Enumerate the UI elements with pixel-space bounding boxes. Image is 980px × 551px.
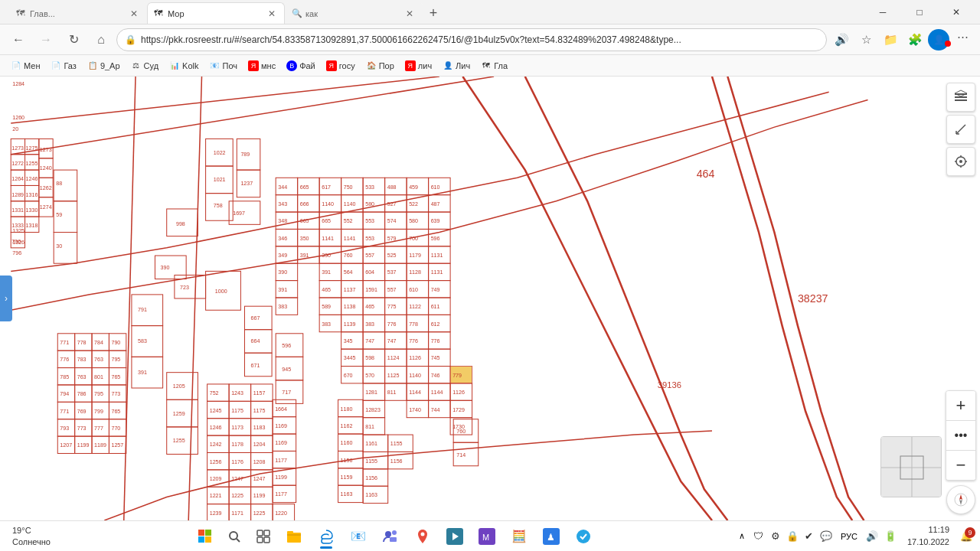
layers-button[interactable] bbox=[946, 83, 975, 112]
mail-taskbar[interactable]: 📧 bbox=[343, 523, 374, 550]
maps-taskbar[interactable] bbox=[407, 523, 438, 550]
svg-text:758: 758 bbox=[214, 203, 223, 209]
security-tray-icon[interactable]: 🛡 bbox=[751, 529, 766, 544]
settings-button[interactable]: ⋯ bbox=[951, 25, 974, 48]
svg-text:1259: 1259 bbox=[173, 411, 185, 417]
svg-text:1189: 1189 bbox=[94, 442, 106, 448]
bookmark-lich2[interactable]: 👤 Лич bbox=[438, 59, 475, 73]
bookmark-mns[interactable]: Я мнс bbox=[243, 59, 280, 73]
forward-button[interactable]: → bbox=[34, 28, 58, 52]
bookmark-gla[interactable]: 🗺 Гла bbox=[476, 59, 512, 73]
map-area[interactable]: › bbox=[0, 77, 980, 520]
defender-tray-icon[interactable]: ✔ bbox=[802, 529, 817, 544]
bookmark-kolk[interactable]: 📊 Kolk bbox=[165, 59, 203, 73]
zoom-more-button[interactable]: ••• bbox=[946, 421, 975, 450]
measure-button[interactable] bbox=[946, 115, 975, 144]
battery-icon[interactable]: 🔋 bbox=[883, 529, 898, 544]
svg-text:760: 760 bbox=[344, 253, 353, 259]
address-bar-wrapper: 🔒 bbox=[116, 28, 827, 51]
profile-button[interactable]: 👤 bbox=[928, 29, 949, 51]
bookmark-gaz[interactable]: 📄 Газ bbox=[46, 59, 80, 73]
svg-rect-454 bbox=[198, 530, 204, 536]
svg-text:1255: 1255 bbox=[173, 438, 185, 444]
bookmark-poch[interactable]: 📧 Поч bbox=[204, 59, 242, 73]
msg-tray-icon[interactable]: 💬 bbox=[818, 529, 834, 544]
start-button[interactable] bbox=[191, 523, 219, 550]
svg-text:779: 779 bbox=[452, 373, 462, 379]
bookmark-sud[interactable]: ⚖ Суд bbox=[126, 59, 164, 73]
task-view-button[interactable] bbox=[250, 523, 277, 550]
svg-line-459 bbox=[237, 539, 240, 542]
bookmark-lich[interactable]: Я лич bbox=[400, 59, 436, 73]
calculator-taskbar[interactable]: 🧮 bbox=[504, 523, 534, 550]
home-button[interactable]: ⌂ bbox=[89, 28, 113, 52]
chat-taskbar[interactable] bbox=[568, 523, 599, 550]
svg-text:1240: 1240 bbox=[40, 165, 52, 171]
svg-text:459: 459 bbox=[409, 184, 418, 191]
svg-text:348: 348 bbox=[278, 218, 287, 224]
svg-text:1141: 1141 bbox=[322, 236, 334, 242]
more-app-taskbar[interactable]: ♟ bbox=[536, 523, 567, 550]
bookmark-men[interactable]: 📄 Мен bbox=[6, 59, 44, 73]
location-button[interactable] bbox=[946, 147, 975, 176]
bookmark-mns-icon: Я bbox=[248, 60, 259, 71]
media-taskbar[interactable] bbox=[439, 523, 470, 550]
tab-3[interactable]: 🔍 как ✕ bbox=[285, 2, 423, 24]
clock-display[interactable]: 11:19 17.10.2022 bbox=[901, 524, 956, 548]
search-taskbar-button[interactable] bbox=[220, 523, 248, 550]
tab-2[interactable]: 🗺 Мор ✕ bbox=[147, 2, 285, 24]
volume-icon[interactable]: 🔊 bbox=[864, 529, 880, 544]
svg-text:344: 344 bbox=[278, 184, 287, 191]
bookmark-gosu[interactable]: Я госу bbox=[322, 59, 360, 73]
compass-button[interactable] bbox=[946, 485, 975, 514]
left-panel-toggle[interactable]: › bbox=[0, 276, 12, 321]
file-manager-taskbar[interactable] bbox=[279, 523, 309, 550]
taskbar-right: ∧ 🛡 ⚙ 🔒 ✔ 💬 РУС 🔊 🔋 11:19 17.10.2022 🔔 bbox=[734, 523, 974, 550]
notification-center[interactable]: 🔔 9 bbox=[959, 529, 974, 544]
address-input[interactable] bbox=[141, 34, 818, 45]
vpn-tray-icon[interactable]: 🔒 bbox=[785, 529, 800, 544]
extensions-button[interactable]: 🧩 bbox=[903, 28, 926, 51]
bookmark-por[interactable]: 🏠 Пор bbox=[361, 59, 399, 73]
svg-text:1126: 1126 bbox=[409, 355, 421, 361]
close-window-button[interactable]: ✕ bbox=[939, 0, 974, 24]
svg-text:533: 533 bbox=[365, 184, 374, 191]
svg-text:747: 747 bbox=[387, 338, 397, 344]
tray-expand-button[interactable]: ∧ bbox=[734, 523, 750, 550]
zoom-out-button[interactable]: − bbox=[946, 451, 975, 480]
refresh-button[interactable]: ↻ bbox=[61, 28, 86, 52]
bookmark-poch-label: Поч bbox=[222, 61, 237, 70]
antivirus-tray-icon[interactable]: ⚙ bbox=[768, 529, 783, 544]
maximize-button[interactable]: □ bbox=[902, 0, 937, 24]
svg-text:604: 604 bbox=[365, 269, 374, 276]
bookmark-lich-icon: Я bbox=[405, 60, 416, 71]
back-button[interactable]: ← bbox=[6, 28, 31, 52]
teams-taskbar[interactable] bbox=[375, 523, 406, 550]
bookmark-9ar[interactable]: 📋 9_Ар bbox=[83, 59, 125, 73]
tab-2-close[interactable]: ✕ bbox=[266, 8, 278, 20]
svg-text:776: 776 bbox=[60, 357, 69, 363]
language-button[interactable]: РУС bbox=[837, 523, 861, 550]
minimap[interactable] bbox=[880, 436, 942, 497]
taskbar-left: 19°C Солнечно bbox=[6, 525, 57, 547]
tab-1-close[interactable]: ✕ bbox=[128, 8, 140, 20]
svg-text:1177: 1177 bbox=[275, 458, 287, 464]
svg-text:589: 589 bbox=[322, 304, 331, 310]
svg-text:665: 665 bbox=[300, 218, 309, 224]
svg-rect-460 bbox=[257, 530, 263, 536]
tab-1[interactable]: 🗺 Глав... ✕ bbox=[9, 2, 147, 24]
read-aloud-button[interactable]: 🔊 bbox=[830, 28, 853, 51]
svg-text:M: M bbox=[482, 533, 489, 542]
minimize-button[interactable]: ─ bbox=[865, 0, 900, 24]
bookmark-fay[interactable]: В Фай bbox=[282, 59, 320, 73]
map-svg[interactable]: 1273 1272 1264 1289 1331 1333 796 1275 1… bbox=[0, 77, 980, 520]
new-tab-button[interactable]: + bbox=[423, 2, 444, 24]
edge-taskbar[interactable] bbox=[311, 523, 341, 550]
svg-point-442 bbox=[959, 160, 962, 163]
svg-text:1242: 1242 bbox=[210, 442, 222, 448]
zoom-in-button[interactable]: + bbox=[946, 391, 975, 420]
favorites-button[interactable]: ☆ bbox=[854, 28, 877, 51]
photo-editor-taskbar[interactable]: M bbox=[472, 523, 502, 550]
tab-3-close[interactable]: ✕ bbox=[403, 8, 416, 20]
collections-button[interactable]: 📁 bbox=[879, 28, 902, 51]
